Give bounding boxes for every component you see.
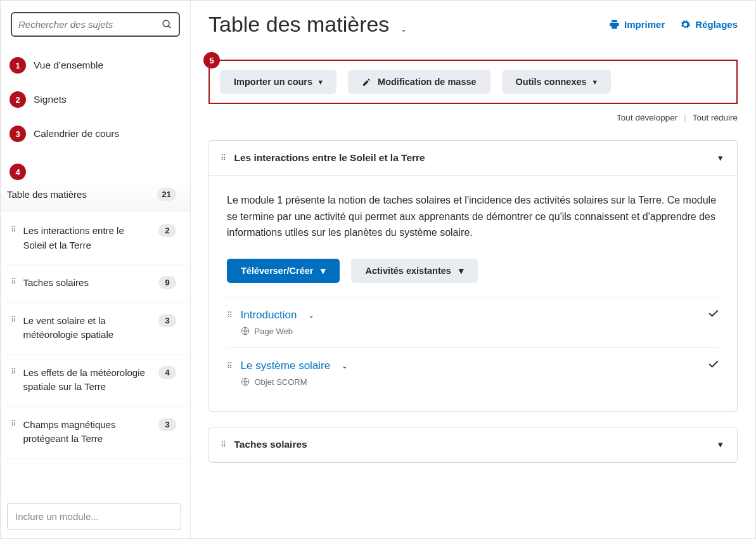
related-tools-button[interactable]: Outils connexes ▾ (502, 70, 611, 94)
app-root: 1 Vue d'ensemble 2 Signets 3 Calendrier … (0, 0, 756, 539)
toc-count: 21 (157, 188, 176, 201)
collapse-icon[interactable]: ▾ (718, 152, 723, 164)
module-list: ⠿ Les interactions entre le Soleil et la… (7, 212, 190, 496)
search-box[interactable] (11, 12, 180, 37)
svg-point-0 (163, 20, 169, 27)
topic-dropdown-icon[interactable]: ⌄ (308, 311, 314, 320)
include-module-input[interactable]: Inclure un module... (7, 503, 181, 529)
module-count: 4 (158, 366, 176, 379)
upload-create-button[interactable]: Téléverser/Créer ▾ (227, 259, 340, 283)
nav-label: Signets (34, 94, 67, 105)
gear-icon (680, 19, 691, 30)
chevron-down-icon: ▾ (319, 78, 323, 86)
nav-label: Calendrier de cours (34, 128, 119, 140)
topic-row: ⠿ Introduction ⌄ Page Web (227, 297, 719, 347)
drag-handle-icon[interactable]: ⠿ (221, 154, 226, 162)
toc-label: Table des matières (7, 189, 87, 200)
svg-line-1 (169, 26, 171, 29)
sidebar: 1 Vue d'ensemble 2 Signets 3 Calendrier … (1, 1, 191, 538)
sidebar-module-item[interactable]: ⠿ Taches solaires 9 (7, 264, 190, 302)
nav-bookmarks[interactable]: 2 Signets (7, 82, 190, 117)
module-count: 9 (158, 276, 176, 289)
module-card-header[interactable]: ⠿ Taches solaires ▾ (209, 427, 737, 462)
nav-overview[interactable]: 1 Vue d'ensemble (7, 48, 190, 82)
drag-handle-icon[interactable]: ⠿ (11, 226, 16, 233)
button-label: Activités existantes (365, 266, 451, 276)
callout-badge: 5 (203, 52, 220, 68)
check-icon (708, 309, 719, 318)
module-count: 3 (158, 418, 176, 431)
search-input[interactable] (18, 19, 162, 30)
drag-handle-icon[interactable]: ⠿ (11, 368, 16, 375)
callout-badge: 1 (10, 57, 26, 74)
toolbar: Importer un cours ▾ Modification de mass… (208, 60, 738, 104)
topic-row: ⠿ Le système solaire ⌄ Objet SCORM (227, 347, 719, 398)
globe-icon (241, 377, 250, 386)
module-count: 3 (158, 314, 176, 327)
drag-handle-icon[interactable]: ⠿ (227, 362, 232, 370)
drag-handle-icon[interactable]: ⠿ (11, 316, 16, 323)
topic-type: Objet SCORM (255, 377, 307, 387)
nav-course-schedule[interactable]: 3 Calendrier de cours (7, 117, 190, 151)
callout-badge: 3 (10, 126, 26, 142)
module-title: Les interactions entre le Soleil et la T… (23, 224, 151, 252)
drag-handle-icon[interactable]: ⠿ (227, 311, 232, 319)
module-title: Champs magnétiques protégeant la Terre (23, 418, 151, 446)
chevron-down-icon: ▾ (593, 78, 597, 86)
sidebar-module-item[interactable]: ⠿ Les interactions entre le Soleil et la… (7, 212, 190, 264)
module-card-title: Taches solaires (234, 439, 710, 450)
sidebar-module-item[interactable]: ⠿ Champs magnétiques protégeant la Terre… (7, 406, 190, 458)
module-card-body: Le module 1 présente la notion de taches… (209, 176, 737, 411)
button-label: Importer un cours (234, 77, 312, 87)
callout-badge: 2 (10, 91, 26, 108)
module-title: Le vent solaire et la météorologie spati… (23, 314, 151, 342)
settings-label: Réglages (695, 19, 738, 30)
button-label: Téléverser/Créer (241, 266, 313, 276)
toolbar-container: 5 Importer un cours ▾ Modification de ma… (208, 60, 738, 104)
drag-handle-icon[interactable]: ⠿ (11, 420, 16, 427)
existing-activities-button[interactable]: Activités existantes ▾ (351, 259, 477, 283)
sidebar-module-item[interactable]: ⠿ Les effets de la météorologie spatiale… (7, 354, 190, 406)
page-title: Table des matières (208, 12, 389, 37)
callout-badge: 4 (10, 164, 26, 180)
chevron-down-icon: ▾ (321, 266, 326, 276)
module-card-header[interactable]: ⠿ Les interactions entre le Soleil et la… (209, 141, 737, 176)
module-description: Le module 1 présente la notion de taches… (227, 192, 719, 241)
check-icon (708, 360, 719, 368)
print-button[interactable]: Imprimer (609, 19, 665, 30)
settings-button[interactable]: Réglages (680, 19, 738, 30)
module-card-title: Les interactions entre le Soleil et la T… (234, 152, 710, 164)
print-icon (609, 19, 620, 30)
import-course-button[interactable]: Importer un cours ▾ (220, 70, 336, 94)
drag-handle-icon[interactable]: ⠿ (221, 441, 226, 448)
header: Table des matières ⌄ Imprimer Réglages (208, 12, 738, 37)
edit-icon (362, 77, 371, 87)
module-title: Taches solaires (23, 276, 151, 290)
topic-link[interactable]: Introduction (241, 309, 297, 321)
module-card: ⠿ Les interactions entre le Soleil et la… (208, 140, 738, 412)
topic-link[interactable]: Le système solaire (241, 360, 331, 372)
chevron-down-icon: ▾ (459, 266, 464, 276)
search-icon (162, 19, 172, 30)
nav-label: Vue d'ensemble (34, 60, 103, 71)
button-label: Outils connexes (516, 77, 587, 87)
button-label: Modification de masse (378, 77, 477, 87)
bulk-edit-button[interactable]: Modification de masse (348, 70, 490, 94)
drag-handle-icon[interactable]: ⠿ (11, 278, 16, 285)
collapse-all-link[interactable]: Tout réduire (693, 113, 738, 122)
topic-dropdown-icon[interactable]: ⌄ (342, 361, 348, 370)
globe-icon (241, 327, 250, 335)
expand-all-link[interactable]: Tout développer (617, 113, 677, 122)
module-title: Les effets de la météorologie spatiale s… (23, 366, 151, 394)
nav-toc[interactable]: 4 Table des matières 21 (7, 155, 190, 212)
topic-type: Page Web (255, 327, 293, 336)
collapse-icon[interactable]: ▾ (718, 439, 723, 450)
sidebar-module-item[interactable]: ⠿ Le vent solaire et la météorologie spa… (7, 302, 190, 354)
expand-collapse-row: Tout développer | Tout réduire (208, 113, 738, 122)
main-content: Table des matières ⌄ Imprimer Réglages 5… (191, 1, 755, 538)
title-dropdown-icon[interactable]: ⌄ (400, 25, 407, 34)
module-card: ⠿ Taches solaires ▾ (208, 427, 738, 463)
module-count: 2 (158, 224, 176, 237)
divider: | (684, 113, 686, 122)
print-label: Imprimer (624, 19, 665, 30)
